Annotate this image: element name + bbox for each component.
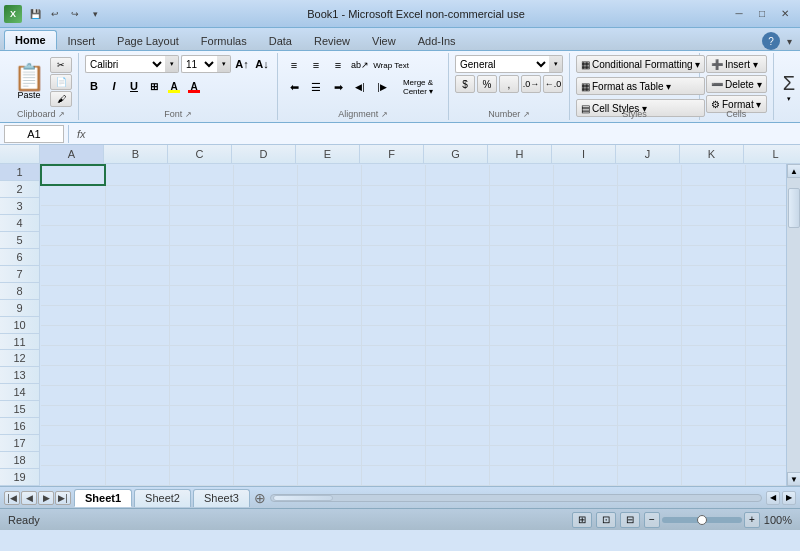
tab-page-layout[interactable]: Page Layout: [106, 30, 190, 50]
cell-A2[interactable]: [41, 185, 105, 205]
cell-D13[interactable]: [233, 405, 297, 425]
cell-G10[interactable]: [425, 345, 489, 365]
font-color-button[interactable]: A: [185, 77, 203, 95]
cell-K9[interactable]: [681, 325, 745, 345]
cell-L15[interactable]: [745, 445, 786, 465]
cell-D5[interactable]: [233, 245, 297, 265]
font-size-select[interactable]: 11: [181, 55, 217, 73]
sheet-nav-prev-button[interactable]: ◀: [21, 491, 37, 505]
col-header-I[interactable]: I: [552, 145, 616, 163]
cell-F12[interactable]: [361, 385, 425, 405]
cell-D11[interactable]: [233, 365, 297, 385]
cell-E8[interactable]: [297, 305, 361, 325]
cell-B3[interactable]: [105, 205, 169, 225]
cell-B1[interactable]: [105, 165, 169, 185]
row-num-6[interactable]: 6: [0, 249, 39, 266]
align-top-center-button[interactable]: ≡: [306, 55, 326, 75]
col-header-D[interactable]: D: [232, 145, 296, 163]
cell-I7[interactable]: [553, 285, 617, 305]
cell-C14[interactable]: [169, 425, 233, 445]
cell-J15[interactable]: [617, 445, 681, 465]
cell-K12[interactable]: [681, 385, 745, 405]
cell-L2[interactable]: [745, 185, 786, 205]
cell-J7[interactable]: [617, 285, 681, 305]
vertical-scrollbar[interactable]: ▲ ▼: [786, 164, 800, 486]
cell-C13[interactable]: [169, 405, 233, 425]
add-sheet-button[interactable]: ⊕: [254, 490, 266, 506]
row-num-17[interactable]: 17: [0, 435, 39, 452]
cell-J8[interactable]: [617, 305, 681, 325]
cell-C12[interactable]: [169, 385, 233, 405]
cell-E5[interactable]: [297, 245, 361, 265]
cell-E16[interactable]: [297, 465, 361, 485]
page-break-view-button[interactable]: ⊟: [620, 512, 640, 528]
cell-B6[interactable]: [105, 265, 169, 285]
col-header-H[interactable]: H: [488, 145, 552, 163]
cell-H1[interactable]: [489, 165, 553, 185]
cell-E10[interactable]: [297, 345, 361, 365]
cell-D10[interactable]: [233, 345, 297, 365]
cell-C2[interactable]: [169, 185, 233, 205]
copy-button[interactable]: 📄: [50, 74, 72, 90]
zoom-track[interactable]: [662, 517, 742, 523]
cell-L1[interactable]: [745, 165, 786, 185]
cell-J10[interactable]: [617, 345, 681, 365]
cell-G6[interactable]: [425, 265, 489, 285]
insert-cells-button[interactable]: ➕ Insert ▾: [706, 55, 767, 73]
cell-F14[interactable]: [361, 425, 425, 445]
cell-L17[interactable]: [745, 485, 786, 486]
row-num-14[interactable]: 14: [0, 384, 39, 401]
cell-K2[interactable]: [681, 185, 745, 205]
cell-L16[interactable]: [745, 465, 786, 485]
cell-L13[interactable]: [745, 405, 786, 425]
row-num-4[interactable]: 4: [0, 215, 39, 232]
cell-B7[interactable]: [105, 285, 169, 305]
cell-J3[interactable]: [617, 205, 681, 225]
cell-C6[interactable]: [169, 265, 233, 285]
cell-B16[interactable]: [105, 465, 169, 485]
col-header-A[interactable]: A: [40, 145, 104, 163]
cell-C17[interactable]: [169, 485, 233, 486]
bold-button[interactable]: B: [85, 77, 103, 95]
redo-qa-button[interactable]: ↪: [66, 5, 84, 23]
cell-A11[interactable]: [41, 365, 105, 385]
merge-cells-button[interactable]: Merge & Center ▾: [394, 77, 442, 97]
row-num-18[interactable]: 18: [0, 452, 39, 469]
row-num-13[interactable]: 13: [0, 367, 39, 384]
cell-C11[interactable]: [169, 365, 233, 385]
row-num-3[interactable]: 3: [0, 198, 39, 215]
cell-J17[interactable]: [617, 485, 681, 486]
scroll-up-button[interactable]: ▲: [787, 164, 800, 178]
cell-D6[interactable]: [233, 265, 297, 285]
cell-A3[interactable]: [41, 205, 105, 225]
page-layout-view-button[interactable]: ⊡: [596, 512, 616, 528]
cell-B10[interactable]: [105, 345, 169, 365]
cell-D14[interactable]: [233, 425, 297, 445]
cell-H5[interactable]: [489, 245, 553, 265]
cell-H14[interactable]: [489, 425, 553, 445]
cell-A17[interactable]: [41, 485, 105, 486]
cell-F8[interactable]: [361, 305, 425, 325]
cell-F1[interactable]: [361, 165, 425, 185]
h-scroll-track[interactable]: [270, 494, 762, 502]
row-num-15[interactable]: 15: [0, 401, 39, 418]
cell-E3[interactable]: [297, 205, 361, 225]
undo-qa-button[interactable]: ↩: [46, 5, 64, 23]
cell-A7[interactable]: [41, 285, 105, 305]
percent-button[interactable]: %: [477, 75, 497, 93]
cell-I6[interactable]: [553, 265, 617, 285]
cell-A16[interactable]: [41, 465, 105, 485]
number-format-select[interactable]: General: [455, 55, 549, 73]
cell-L10[interactable]: [745, 345, 786, 365]
cell-J9[interactable]: [617, 325, 681, 345]
cell-F15[interactable]: [361, 445, 425, 465]
close-button[interactable]: ✕: [774, 5, 796, 23]
thousands-separator-button[interactable]: ,: [499, 75, 519, 93]
format-painter-button[interactable]: 🖌: [50, 91, 72, 107]
align-right-button[interactable]: ➡: [328, 77, 348, 97]
cell-F9[interactable]: [361, 325, 425, 345]
align-left-button[interactable]: ⬅: [284, 77, 304, 97]
col-header-B[interactable]: B: [104, 145, 168, 163]
cell-D8[interactable]: [233, 305, 297, 325]
cell-G11[interactable]: [425, 365, 489, 385]
